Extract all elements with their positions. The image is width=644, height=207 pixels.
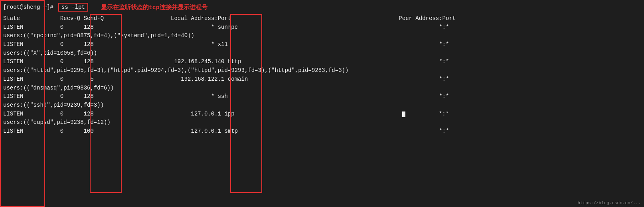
data-row-11: LISTEN 0 128 127.0.0.1 ipp *:* xyxy=(3,110,641,119)
data-row-1: LISTEN 0 128 * sunrpc *:* xyxy=(3,23,641,32)
data-row-5: LISTEN 0 128 192.168.245.140 http *:* xyxy=(3,58,641,66)
cursor xyxy=(402,111,405,117)
data-row-8: users:(("dnsmasq",pid=9836,fd=6)) xyxy=(3,84,641,93)
data-row-12: users:(("cupsd",pid=9238,fd=12)) xyxy=(3,118,641,127)
prompt: [root@sheng ~]# xyxy=(3,4,53,10)
header-row: State Recv-Q Send-Q Local Address:Port P… xyxy=(3,14,641,23)
command-box: ss -lpt xyxy=(58,3,88,12)
data-row-3: LISTEN 0 128 * x11 *:* xyxy=(3,40,641,49)
terminal-window: [root@sheng ~]# ss -lpt 显示在监听状态的tcp连接并显示… xyxy=(0,0,644,207)
annotation-text: 显示在监听状态的tcp连接并显示进程号 xyxy=(101,4,207,11)
data-row-13: LISTEN 0 100 127.0.0.1 smtp *:* xyxy=(3,127,641,136)
data-row-2: users:(("rpcbind",pid=8875,fd=4),("syste… xyxy=(3,32,641,40)
command-line: [root@sheng ~]# ss -lpt 显示在监听状态的tcp连接并显示… xyxy=(0,0,644,14)
data-row-9: LISTEN 0 128 * ssh *:* xyxy=(3,92,641,101)
data-row-10: users:(("sshd",pid=9239,fd=3)) xyxy=(3,101,641,110)
data-row-4: users:(("X",pid=10058,fd=6)) xyxy=(3,49,641,58)
data-row-6: users:(("httpd",pid=9295,fd=3),("httpd",… xyxy=(3,66,641,75)
terminal-content: State Recv-Q Send-Q Local Address:Port P… xyxy=(0,14,644,136)
data-row-7: LISTEN 0 5 192.168.122.1 domain *:* xyxy=(3,75,641,84)
watermark: https://blog.csdn.cn/... xyxy=(578,201,641,205)
